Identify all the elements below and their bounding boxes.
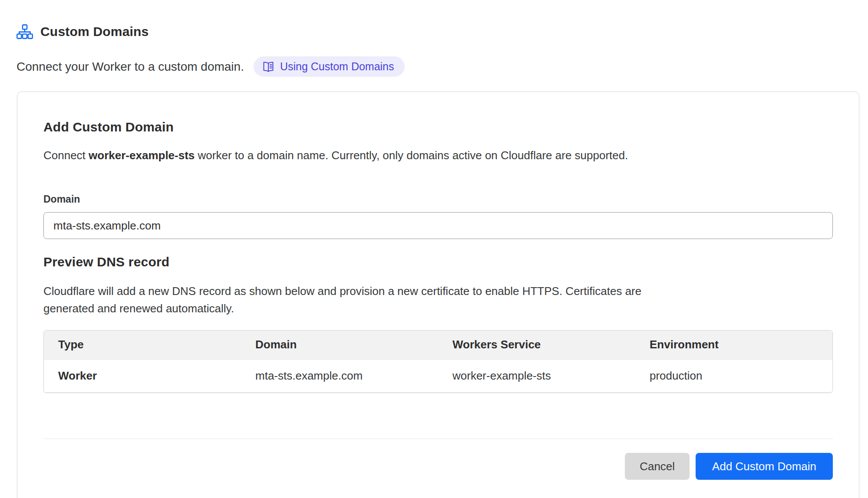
docs-link-label: Using Custom Domains — [280, 60, 394, 73]
column-header-domain: Domain — [241, 331, 438, 359]
preview-dns-description: Cloudflare will add a new DNS record as … — [43, 282, 677, 317]
column-header-environment: Environment — [635, 331, 832, 359]
page-subheader: Connect your Worker to a custom domain. … — [17, 56, 868, 77]
domain-input[interactable] — [43, 212, 833, 239]
card-heading: Add Custom Domain — [43, 120, 833, 134]
footer-divider — [43, 439, 833, 439]
open-book-icon — [262, 61, 274, 72]
page-title: Custom Domains — [40, 24, 149, 39]
cell-domain: mta-sts.example.com — [241, 359, 438, 392]
page-header: Custom Domains — [0, 0, 868, 48]
page-subtitle: Connect your Worker to a custom domain. — [17, 60, 244, 74]
cell-environment: production — [635, 359, 832, 392]
domain-field-label: Domain — [43, 193, 833, 205]
card-intro-text: Connect worker-example-sts worker to a d… — [43, 148, 833, 162]
dns-preview-table: Type Domain Workers Service Environment … — [43, 330, 833, 393]
table-header-row: Type Domain Workers Service Environment — [44, 331, 832, 359]
preview-dns-heading: Preview DNS record — [43, 255, 833, 269]
add-custom-domain-card: Add Custom Domain Connect worker-example… — [17, 92, 859, 498]
cell-type: Worker — [44, 359, 241, 392]
column-header-type: Type — [44, 331, 241, 359]
cancel-button[interactable]: Cancel — [625, 453, 690, 480]
card-footer: Cancel Add Custom Domain — [43, 453, 833, 480]
add-custom-domain-button[interactable]: Add Custom Domain — [696, 453, 833, 480]
worker-name: worker-example-sts — [89, 149, 195, 162]
cell-workers-service: worker-example-sts — [438, 359, 635, 392]
docs-link-using-custom-domains[interactable]: Using Custom Domains — [254, 56, 405, 77]
table-row: Worker mta-sts.example.com worker-exampl… — [44, 359, 832, 392]
sitemap-icon — [17, 24, 33, 39]
column-header-workers-service: Workers Service — [438, 331, 635, 359]
